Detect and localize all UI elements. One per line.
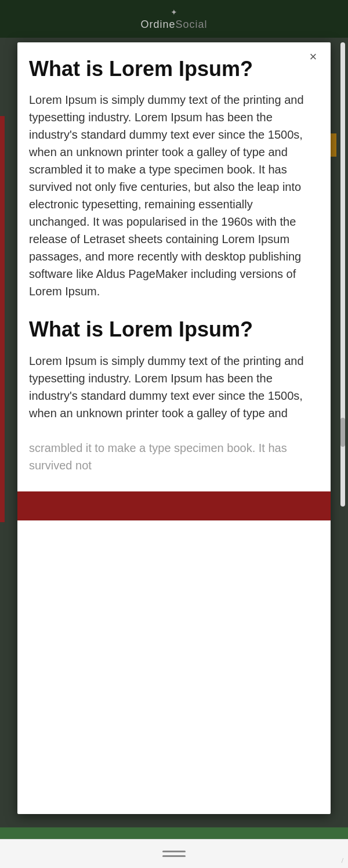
bottom-nav	[0, 839, 348, 868]
modal-overlay: × What is Lorem Ipsum? Lorem Ipsum is si…	[17, 42, 331, 814]
section2-title: What is Lorem Ipsum?	[29, 317, 316, 341]
section2-body-faded: scrambled it to make a type specimen boo…	[29, 439, 316, 474]
logo-ordine: Ordine	[140, 19, 175, 30]
header-bar: ✦ OrdineSocial	[0, 0, 348, 38]
section2-body-visible: Lorem Ipsum is simply dummy text of the …	[29, 352, 316, 422]
corner-mark: /	[342, 856, 343, 865]
modal-close-button[interactable]: ×	[304, 48, 322, 66]
section2: What is Lorem Ipsum? Lorem Ipsum is simp…	[29, 317, 316, 473]
logo-social: Social	[176, 19, 208, 30]
modal-content[interactable]: What is Lorem Ipsum? Lorem Ipsum is simp…	[17, 42, 331, 814]
bottom-nav-line-1	[162, 851, 186, 852]
app-logo: OrdineSocial	[140, 19, 207, 31]
green-strip	[0, 827, 348, 839]
bottom-nav-line-2	[162, 855, 186, 857]
scrollbar-thumb[interactable]	[340, 418, 345, 447]
section1-title: What is Lorem Ipsum?	[29, 57, 316, 81]
app-icon: ✦	[171, 8, 177, 17]
modal-bottom-bar	[17, 491, 331, 520]
bottom-nav-lines	[162, 851, 186, 857]
section1-body: Lorem Ipsum is simply dummy text of the …	[29, 91, 316, 300]
background-left-accent	[0, 116, 5, 522]
